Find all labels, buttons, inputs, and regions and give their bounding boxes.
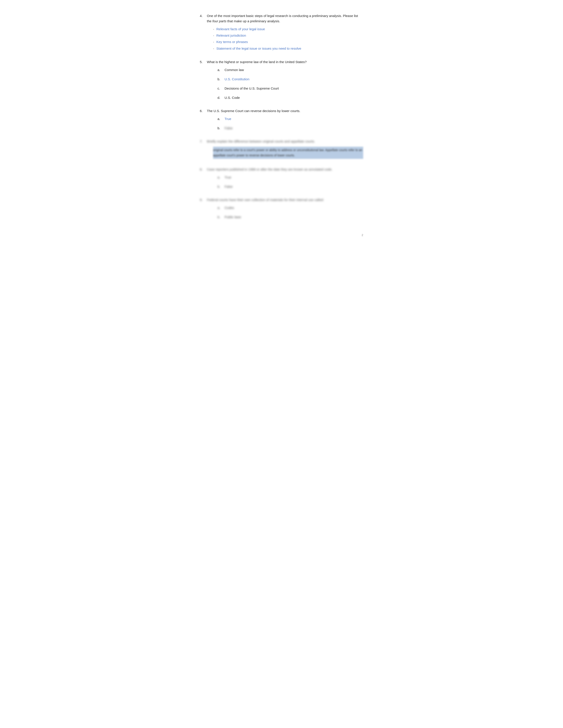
- question-4-number: 4.: [200, 13, 205, 24]
- question-9: 9. Federal courts have their own collect…: [200, 197, 363, 220]
- question-9-answers: a. Codes b. Public laws: [217, 205, 363, 220]
- answer-8b: b. False: [217, 184, 363, 189]
- answer-9a-text: Codes: [224, 205, 234, 210]
- answer-6a-text: True: [224, 116, 231, 122]
- question-6: 6. The U.S. Supreme Court can reverse de…: [200, 108, 363, 131]
- answer-9a-label: a.: [217, 205, 222, 210]
- answer-8a: a. True: [217, 175, 363, 180]
- question-6-number: 6.: [200, 108, 205, 114]
- question-8-text: 8. Case reporters published in 1988 or a…: [200, 167, 363, 172]
- answer-5c: c. Decisions of the U.S. Supreme Court: [217, 86, 363, 91]
- question-8-answers: a. True b. False: [217, 175, 363, 189]
- answer-6b-label: b.: [217, 126, 222, 131]
- question-5: 5. What is the highest or supreme law of…: [200, 59, 363, 100]
- question-5-number: 5.: [200, 59, 205, 65]
- bullet-3: Key terms or phrases: [213, 39, 363, 45]
- answer-5b-label: b.: [217, 77, 222, 82]
- question-7: 7. Briefly explain the difference betwee…: [200, 139, 363, 159]
- question-6-text: 6. The U.S. Supreme Court can reverse de…: [200, 108, 363, 114]
- question-9-body: Federal courts have their own collection…: [207, 197, 324, 203]
- bullet-4: Statement of the legal issue or issues y…: [213, 46, 363, 51]
- answer-6b-text: False: [224, 126, 233, 131]
- answer-5d: d. U.S. Code: [217, 95, 363, 100]
- question-4: 4. One of the most important basic steps…: [200, 13, 363, 51]
- question-9-text: 9. Federal courts have their own collect…: [200, 197, 363, 203]
- page-number: 2: [200, 233, 363, 238]
- question-7-number: 7.: [200, 139, 205, 144]
- question-8: 8. Case reporters published in 1988 or a…: [200, 167, 363, 189]
- question-8-number: 8.: [200, 167, 205, 172]
- answer-8a-label: a.: [217, 175, 222, 180]
- answer-6b: b. False: [217, 126, 363, 131]
- question-7-answer: original courts refer to a court's power…: [213, 147, 363, 159]
- question-4-body: One of the most important basic steps of…: [207, 13, 363, 24]
- answer-6a: a. True: [217, 116, 363, 122]
- question-4-text: 4. One of the most important basic steps…: [200, 13, 363, 24]
- answer-9b: b. Public laws: [217, 214, 363, 220]
- answer-5d-text: U.S. Code: [224, 95, 240, 100]
- question-6-body: The U.S. Supreme Court can reverse decis…: [207, 108, 301, 114]
- answer-8b-label: b.: [217, 184, 222, 189]
- answer-5b: b. U.S. Constitution: [217, 77, 363, 82]
- question-9-number: 9.: [200, 197, 205, 203]
- answer-5a: a. Common law: [217, 67, 363, 73]
- answer-5b-text: U.S. Constitution: [224, 77, 249, 82]
- answer-5c-text: Decisions of the U.S. Supreme Court: [224, 86, 279, 91]
- answer-5d-label: d.: [217, 95, 222, 100]
- answer-8b-text: False: [224, 184, 233, 189]
- question-7-body: Briefly explain the difference between o…: [207, 139, 315, 144]
- question-8-body: Case reporters published in 1988 or afte…: [207, 167, 333, 172]
- question-4-bullets: Relevant facts of your legal issue Relev…: [213, 26, 363, 51]
- answer-9a: a. Codes: [217, 205, 363, 210]
- answer-5a-text: Common law: [224, 67, 244, 73]
- question-5-answers: a. Common law b. U.S. Constitution c. De…: [217, 67, 363, 100]
- answer-8a-text: True: [224, 175, 231, 180]
- question-6-answers: a. True b. False: [217, 116, 363, 131]
- answer-9b-label: b.: [217, 214, 222, 220]
- bullet-1: Relevant facts of your legal issue: [213, 26, 363, 32]
- answer-5c-label: c.: [217, 86, 222, 91]
- question-5-body: What is the highest or supreme law of th…: [207, 59, 307, 65]
- answer-5a-label: a.: [217, 67, 222, 73]
- bullet-2: Relevant jurisdiction: [213, 33, 363, 38]
- question-7-text: 7. Briefly explain the difference betwee…: [200, 139, 363, 144]
- question-5-text: 5. What is the highest or supreme law of…: [200, 59, 363, 65]
- answer-9b-text: Public laws: [224, 214, 241, 220]
- answer-6a-label: a.: [217, 116, 222, 122]
